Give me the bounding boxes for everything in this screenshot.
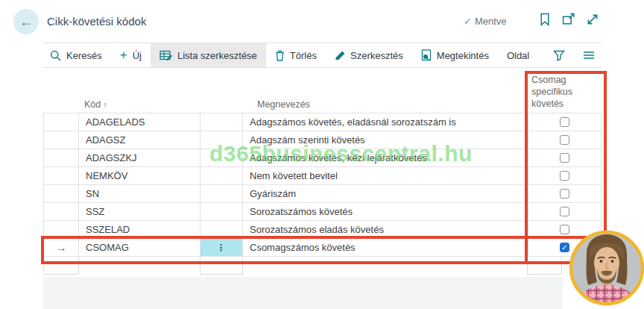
- search-button[interactable]: Keresés: [43, 43, 111, 67]
- description-cell[interactable]: Nem követett bevitel: [243, 167, 528, 184]
- row-selector-cell[interactable]: [44, 149, 79, 166]
- package-specific-checkbox[interactable]: ✓: [560, 189, 569, 199]
- expand-icon[interactable]: [586, 13, 599, 26]
- table-row[interactable]: ADAGELADS Adagszámos követés, eladásnál …: [44, 113, 602, 131]
- package-specific-checkbox[interactable]: ✓: [560, 171, 569, 181]
- row-selector-cell[interactable]: →: [44, 239, 79, 256]
- page-menu-button[interactable]: Oldal: [498, 43, 538, 67]
- filter-funnel-icon: [553, 50, 565, 61]
- code-cell[interactable]: ADAGSZ: [79, 131, 201, 149]
- code-cell[interactable]: SN: [79, 185, 201, 202]
- pencil-icon: [335, 50, 345, 60]
- assist-cell[interactable]: [201, 149, 243, 166]
- save-status: ✓ Mentve: [464, 16, 507, 27]
- search-label: Keresés: [66, 50, 102, 61]
- code-cell[interactable]: NEMKÖV: [79, 167, 201, 184]
- view-document-icon: [421, 49, 432, 61]
- description-cell[interactable]: Gyáriszám: [243, 185, 528, 202]
- code-cell[interactable]: SSZ: [79, 203, 201, 220]
- assist-cell[interactable]: [201, 221, 243, 238]
- table-row[interactable]: SSZELAD Sorozatszámos eladás követés ✓: [44, 221, 602, 239]
- trash-icon: [275, 50, 285, 61]
- code-cell[interactable]: ADAGSZKJ: [79, 149, 201, 166]
- edit-list-icon: [160, 50, 172, 60]
- package-specific-checkbox[interactable]: ✓: [560, 117, 569, 127]
- assist-edit-cell[interactable]: ⋮: [201, 239, 243, 256]
- table-row[interactable]: NEMKÖV Nem követett bevitel ✓: [44, 167, 602, 185]
- current-row-arrow-icon: →: [56, 241, 67, 254]
- list-options-button[interactable]: [574, 43, 602, 67]
- code-cell[interactable]: ADAGELADS: [79, 113, 201, 131]
- table-row[interactable]: SSZ Sorozatszámos követés ✓: [44, 203, 602, 221]
- package-specific-checkbox[interactable]: ✓: [560, 153, 569, 163]
- new-record-row[interactable]: [44, 257, 602, 275]
- view-label: Megtekintés: [437, 50, 489, 61]
- row-selector-cell[interactable]: [44, 113, 79, 131]
- table-row-selected[interactable]: → CSOMAG ⋮ Csomagszámos követés ✓: [44, 239, 602, 257]
- business-central-window: ← Cikk-követési kódok ✓ Mentve Keresés +…: [0, 0, 644, 309]
- row-selector-cell[interactable]: [44, 185, 79, 202]
- description-cell[interactable]: Adagszámos követés, eladásnál sorozatszá…: [243, 113, 528, 131]
- code-cell[interactable]: [79, 257, 201, 275]
- view-button[interactable]: Megtekintés: [412, 43, 498, 67]
- bookmark-icon[interactable]: [538, 13, 552, 26]
- new-label: Új: [133, 50, 142, 61]
- edit-button[interactable]: Szerkesztés: [326, 43, 412, 67]
- assist-cell[interactable]: [201, 131, 243, 149]
- column-header-description[interactable]: Megnevezés: [257, 99, 310, 110]
- page-title: Cikk-követési kódok: [47, 15, 146, 28]
- open-in-window-icon[interactable]: [562, 13, 575, 26]
- column-header-package-specific[interactable]: Csomag specifikus követés: [531, 74, 590, 110]
- row-selector-cell[interactable]: [44, 221, 79, 238]
- assist-cell[interactable]: [201, 167, 243, 184]
- list-lines-icon: [583, 51, 595, 60]
- description-cell[interactable]: Sorozatszámos követés: [243, 203, 528, 220]
- edit-label: Szerkesztés: [350, 50, 403, 61]
- row-selector-cell[interactable]: [44, 257, 79, 275]
- package-specific-checkbox[interactable]: ✓: [560, 135, 569, 145]
- save-status-label: Mentve: [475, 16, 507, 27]
- assist-cell[interactable]: [201, 113, 243, 131]
- package-specific-checkbox[interactable]: ✓: [560, 207, 569, 216]
- package-specific-cell[interactable]: [528, 257, 562, 275]
- assist-cell[interactable]: [201, 203, 243, 220]
- description-cell[interactable]: Csomagszámos követés: [243, 239, 528, 256]
- presenter-avatar: [567, 228, 644, 308]
- list-footer-area: [43, 277, 563, 309]
- description-cell[interactable]: Sorozatszámos eladás követés: [243, 221, 528, 238]
- table-row[interactable]: SN Gyáriszám ✓: [44, 185, 602, 203]
- ellipsis-icon: ⋮: [217, 243, 227, 253]
- assist-cell[interactable]: [201, 257, 243, 275]
- check-icon: ✓: [464, 16, 472, 27]
- filter-button[interactable]: [544, 43, 574, 67]
- new-button[interactable]: + Új: [111, 43, 151, 67]
- delete-label: Törlés: [290, 50, 317, 61]
- column-header-code[interactable]: Kód↑: [84, 99, 107, 110]
- row-selector-cell[interactable]: [44, 131, 79, 149]
- table-row[interactable]: ADAGSZ Adagszám szerinti követés ✓: [44, 131, 602, 149]
- page-menu-label: Oldal: [507, 50, 529, 61]
- code-cell[interactable]: CSOMAG: [79, 239, 201, 256]
- item-tracking-codes-table: ADAGELADS Adagszámos követés, eladásnál …: [43, 113, 602, 275]
- row-selector-cell[interactable]: [44, 203, 79, 220]
- code-cell[interactable]: SSZELAD: [79, 221, 201, 238]
- delete-button[interactable]: Törlés: [266, 43, 326, 67]
- description-cell[interactable]: Adagszámos követés, kézi lejáratkövetés: [243, 149, 528, 166]
- back-button[interactable]: ←: [13, 9, 39, 34]
- plus-icon: +: [120, 48, 127, 63]
- edit-list-label: Lista szerkesztése: [177, 50, 257, 61]
- description-cell[interactable]: Adagszám szerinti követés: [243, 131, 528, 149]
- action-toolbar: Keresés + Új Lista szerkesztése Törlés S…: [43, 43, 602, 68]
- table-row[interactable]: ADAGSZKJ Adagszámos követés, kézi lejára…: [44, 149, 602, 167]
- search-icon: [50, 50, 61, 61]
- row-selector-cell[interactable]: [44, 167, 79, 184]
- edit-list-button[interactable]: Lista szerkesztése: [151, 43, 266, 67]
- assist-cell[interactable]: [201, 185, 243, 202]
- sort-ascending-icon: ↑: [103, 100, 107, 109]
- back-arrow-icon: ←: [19, 14, 33, 30]
- description-cell[interactable]: [243, 257, 528, 275]
